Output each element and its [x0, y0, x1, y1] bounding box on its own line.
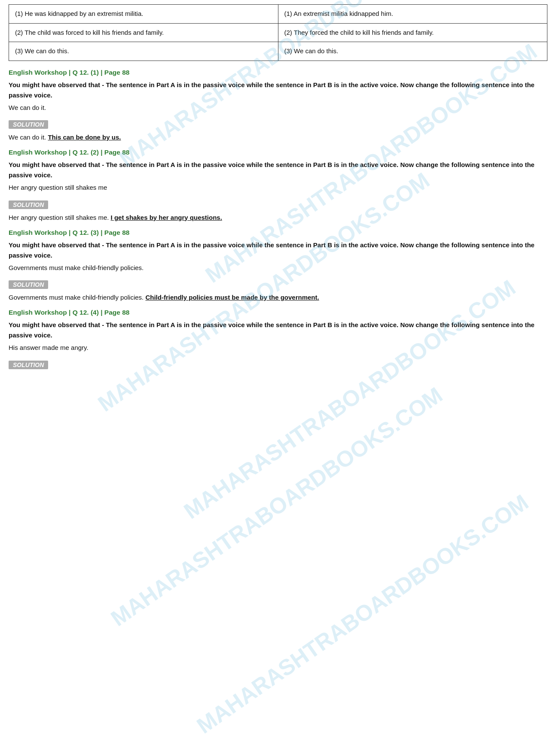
question-heading-1: English Workshop | Q 12. (1) | Page 88	[9, 69, 547, 76]
watermark-6: MAHARASHTRABOARDBOOKS.COM	[192, 489, 533, 738]
question-body-1: You might have observed that - The sente…	[9, 80, 547, 100]
question-body-3: You might have observed that - The sente…	[9, 240, 547, 261]
question-block-3: English Workshop | Q 12. (3) | Page 88Yo…	[9, 229, 547, 303]
passive-active-table: (1) He was kidnapped by an extremist mil…	[9, 4, 547, 61]
solution-badge-2: SOLUTION	[9, 197, 547, 213]
table-row: (3) We can do this.(3) We can do this.	[9, 42, 547, 61]
answer-line-3: Governments must make child-friendly pol…	[9, 292, 547, 303]
question-plain-4: His answer made me angry.	[9, 343, 547, 353]
question-block-4: English Workshop | Q 12. (4) | Page 88Yo…	[9, 309, 547, 373]
table-cell-a-2: (2) The child was forced to kill his fri…	[9, 23, 278, 42]
question-heading-3: English Workshop | Q 12. (3) | Page 88	[9, 229, 547, 237]
question-body-4: You might have observed that - The sente…	[9, 320, 547, 340]
question-body-2: You might have observed that - The sente…	[9, 160, 547, 180]
solution-badge-1: SOLUTION	[9, 117, 547, 132]
question-heading-2: English Workshop | Q 12. (2) | Page 88	[9, 149, 547, 156]
table-cell-a-1: (1) He was kidnapped by an extremist mil…	[9, 5, 278, 24]
question-plain-2: Her angry question still shakes me	[9, 183, 547, 193]
solution-badge-3: SOLUTION	[9, 277, 547, 292]
question-block-2: English Workshop | Q 12. (2) | Page 88Yo…	[9, 149, 547, 223]
question-plain-3: Governments must make child-friendly pol…	[9, 263, 547, 273]
solution-badge-4: SOLUTION	[9, 357, 547, 373]
question-plain-1: We can do it.	[9, 103, 547, 113]
table-cell-b-3: (3) We can do this.	[278, 42, 547, 61]
watermark-5: MAHARASHTRABOARDBOOKS.COM	[106, 382, 447, 631]
table-cell-b-1: (1) An extremist militia kidnapped him.	[278, 5, 547, 24]
answer-line-2: Her angry question still shakes me. I ge…	[9, 213, 547, 223]
answer-line-1: We can do it. This can be done by us.	[9, 132, 547, 143]
table-row: (1) He was kidnapped by an extremist mil…	[9, 5, 547, 24]
question-heading-4: English Workshop | Q 12. (4) | Page 88	[9, 309, 547, 316]
table-cell-a-3: (3) We can do this.	[9, 42, 278, 61]
question-block-1: English Workshop | Q 12. (1) | Page 88Yo…	[9, 69, 547, 143]
table-cell-b-2: (2) They forced the child to kill his fr…	[278, 23, 547, 42]
table-row: (2) The child was forced to kill his fri…	[9, 23, 547, 42]
